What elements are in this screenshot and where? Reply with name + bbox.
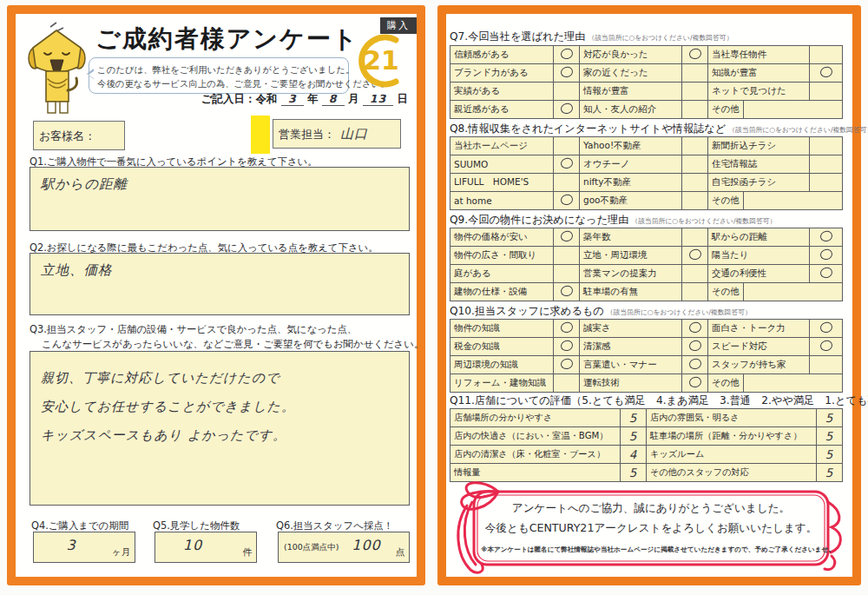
choice-mark-cell[interactable] — [554, 265, 580, 283]
choice-mark-cell[interactable] — [682, 265, 708, 283]
choice-mark-cell-circled[interactable] — [554, 64, 580, 83]
choice-mark-cell-circled[interactable] — [554, 155, 580, 174]
choice-mark-cell-circled[interactable] — [682, 374, 708, 393]
q10-title-text: Q10.担当スタッフに求めるもの — [450, 305, 604, 317]
choice-mark-cell[interactable] — [682, 137, 708, 155]
choice-mark-cell[interactable] — [682, 228, 708, 247]
choice-mark-cell[interactable] — [810, 83, 843, 101]
table-row: リフォーム・建物知識運転技術その他 — [450, 374, 843, 393]
choice-mark-cell-circled[interactable] — [554, 320, 580, 338]
q9-title: Q9.今回の物件にお決めになった理由（該当箇所に○をおつけください/複数回答可） — [450, 213, 776, 228]
other-option-cell[interactable]: その他 — [708, 283, 843, 301]
q10-note: （該当箇所に○をおつけください/複数回答可） — [607, 308, 752, 316]
choice-mark-cell[interactable] — [682, 155, 708, 174]
q6-answer-box[interactable]: (100点満点中) 100 点 — [278, 532, 410, 563]
other-writein-blank[interactable] — [744, 374, 842, 392]
q3-answer-box[interactable]: 親切、丁寧に対応していただけたので 安心してお任せすることができました。 キッズ… — [30, 351, 410, 506]
choice-mark-cell-circled[interactable] — [554, 101, 580, 119]
yellow-highlighter-mark — [251, 116, 270, 154]
choice-label: 実績がある — [450, 83, 554, 101]
agent-name-field[interactable]: 営業担当：山口 — [273, 119, 401, 149]
handwritten-circle-mark — [560, 66, 574, 78]
handwritten-circle-mark — [560, 340, 574, 352]
choice-mark-cell-circled[interactable] — [810, 320, 843, 338]
choice-mark-cell[interactable] — [810, 137, 843, 155]
choice-mark-cell-circled[interactable] — [810, 338, 843, 356]
choice-mark-cell[interactable] — [682, 192, 708, 210]
rating-score-cell[interactable]: 5 — [621, 409, 647, 427]
choice-mark-cell[interactable] — [554, 247, 580, 265]
rating-score-cell[interactable]: 5 — [621, 427, 647, 446]
choice-mark-cell[interactable] — [554, 174, 580, 192]
choice-mark-cell-circled[interactable] — [682, 356, 708, 374]
choice-mark-cell-circled[interactable] — [682, 320, 708, 338]
choice-mark-cell-circled[interactable] — [554, 46, 580, 64]
choice-mark-cell-circled[interactable] — [810, 265, 843, 283]
q4-answer-box[interactable]: 3 ヶ月 — [33, 532, 135, 563]
q5-answer-box[interactable]: 10 件 — [155, 532, 257, 563]
rating-item-label: 店内の雰囲気・明るさ — [647, 409, 817, 427]
choice-mark-cell-circled[interactable] — [554, 338, 580, 356]
choice-mark-cell-circled[interactable] — [554, 192, 580, 210]
choice-label: スタッフが持ち家 — [708, 356, 810, 374]
choice-mark-cell-circled[interactable] — [810, 228, 843, 247]
choice-mark-cell-circled[interactable] — [682, 46, 708, 64]
q2-answer-box[interactable]: 立地、価格 — [30, 253, 410, 315]
rating-score-cell[interactable]: 4 — [621, 446, 647, 464]
choice-mark-cell-circled[interactable] — [682, 338, 708, 356]
other-option-cell[interactable]: その他 — [708, 374, 843, 393]
q3-label-line1: Q3.担当スタッフ・店舗の設備・サービスで良かった点、気になった点、 — [30, 323, 357, 336]
mascot-speech-bubble: このたびは、弊社をご利用いただきありがとうございました。 今後の更なるサービス向… — [89, 57, 349, 94]
handwritten-circle-mark — [688, 376, 702, 388]
choice-mark-cell[interactable] — [682, 283, 708, 301]
q6-handwritten-value: 100 — [339, 537, 393, 553]
choice-mark-cell-circled[interactable] — [554, 356, 580, 374]
other-writein-blank[interactable] — [744, 283, 842, 301]
choice-mark-cell-circled[interactable] — [810, 247, 843, 265]
rating-score-cell[interactable]: 5 — [817, 427, 843, 446]
q9-choice-table: 物件の価格が安い築年数駅からの距離物件の広さ・間取り立地・周辺環境陽当たり庭があ… — [450, 228, 843, 301]
table-row: LIFULL HOME'Snifty不動産自宅投函チラシ — [450, 174, 843, 192]
other-option-cell[interactable]: その他 — [708, 101, 843, 119]
other-writein-blank[interactable] — [744, 192, 842, 209]
table-row: 信頼感がある対応が良かった当社専任物件 — [450, 46, 843, 64]
date-year-field[interactable]: 3 — [281, 92, 304, 106]
choice-mark-cell[interactable] — [682, 83, 708, 101]
choice-mark-cell-circled[interactable] — [810, 64, 843, 83]
q6-unit: 点 — [396, 546, 405, 559]
other-option-cell[interactable]: その他 — [708, 192, 843, 210]
date-month-field[interactable]: 8 — [322, 92, 345, 106]
agent-handwritten-value: 山口 — [340, 126, 368, 142]
svg-text:21: 21 — [363, 45, 399, 76]
choice-mark-cell-circled[interactable] — [554, 228, 580, 247]
handwritten-score: 5 — [825, 411, 834, 425]
rating-score-cell[interactable]: 5 — [817, 409, 843, 427]
table-row: 周辺環境の知識言葉遣い・マナースタッフが持ち家 — [450, 356, 843, 374]
choice-mark-cell[interactable] — [554, 374, 580, 393]
choice-mark-cell[interactable] — [554, 83, 580, 101]
handwritten-circle-mark — [560, 102, 574, 115]
choice-mark-cell[interactable] — [682, 64, 708, 83]
dog-mascot-icon — [24, 21, 92, 115]
choice-mark-cell-circled[interactable] — [554, 283, 580, 301]
rating-score-cell[interactable]: 5 — [817, 446, 843, 464]
q1-answer-box[interactable]: 駅からの距離 — [30, 167, 410, 231]
choice-mark-cell[interactable] — [810, 46, 843, 64]
choice-label: Yahoo!不動産 — [580, 137, 682, 155]
other-writein-blank[interactable] — [744, 101, 842, 118]
handwritten-score: 5 — [629, 429, 638, 443]
choice-mark-cell[interactable] — [810, 356, 843, 374]
date-day-field[interactable]: 13 — [363, 92, 393, 106]
customer-name-field[interactable]: お客様名： — [33, 121, 125, 150]
handwritten-circle-mark — [560, 358, 574, 370]
choice-mark-cell[interactable] — [554, 137, 580, 155]
choice-mark-cell-circled[interactable] — [682, 247, 708, 265]
q10-title: Q10.担当スタッフに求めるもの（該当箇所に○をおつけください/複数回答可） — [450, 304, 752, 319]
choice-label: 情報が豊富 — [580, 83, 682, 101]
other-label: その他 — [708, 192, 744, 209]
choice-mark-cell[interactable] — [682, 101, 708, 119]
choice-mark-cell[interactable] — [810, 174, 843, 192]
choice-mark-cell[interactable] — [682, 174, 708, 192]
choice-mark-cell[interactable] — [810, 155, 843, 174]
choice-label: 物件の価格が安い — [450, 228, 554, 247]
